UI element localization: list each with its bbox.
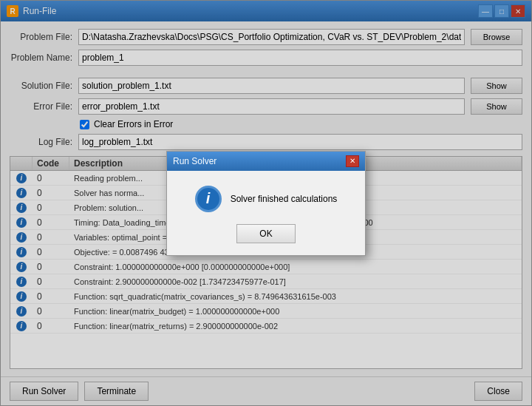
modal-message-row: i Solver finished calculations: [195, 186, 338, 212]
modal-title-bar: Run Solver ✕: [167, 152, 365, 171]
modal-body: i Solver finished calculations OK: [167, 171, 365, 255]
modal-dialog: Run Solver ✕ i Solver finished calculati…: [166, 151, 366, 256]
modal-message-text: Solver finished calculations: [231, 194, 338, 204]
modal-info-icon: i: [195, 186, 222, 212]
modal-ok-button[interactable]: OK: [236, 224, 296, 243]
modal-title: Run Solver: [173, 156, 216, 166]
modal-close-button[interactable]: ✕: [346, 155, 359, 167]
modal-overlay: Run Solver ✕ i Solver finished calculati…: [0, 0, 532, 406]
